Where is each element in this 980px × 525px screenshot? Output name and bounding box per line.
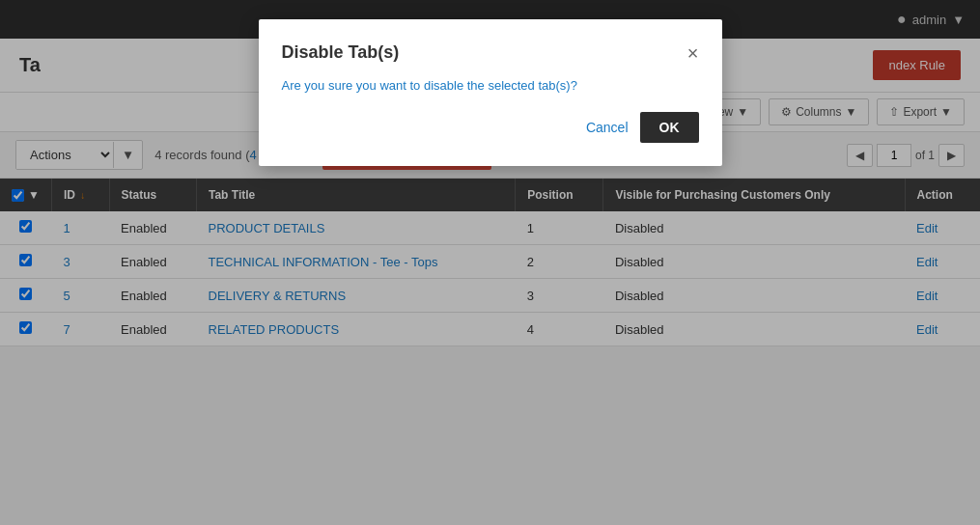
modal-overlay: Disable Tab(s) × Are you sure you want t… xyxy=(0,0,980,525)
modal-body: Are you sure you want to disable the sel… xyxy=(282,78,699,93)
modal-dialog: Disable Tab(s) × Are you sure you want t… xyxy=(259,19,722,166)
modal-title: Disable Tab(s) xyxy=(282,42,400,63)
page-background: ● admin ▼ Ta ndex Rule ◢ Filters ◉ Defau… xyxy=(0,0,980,525)
ok-button[interactable]: OK xyxy=(640,112,699,143)
cancel-button[interactable]: Cancel xyxy=(586,120,629,135)
modal-body-text: Are you sure you want to disable the sel… xyxy=(282,78,699,93)
modal-header: Disable Tab(s) × xyxy=(282,42,699,63)
modal-close-button[interactable]: × xyxy=(687,43,699,63)
modal-footer: Cancel OK xyxy=(282,112,699,143)
